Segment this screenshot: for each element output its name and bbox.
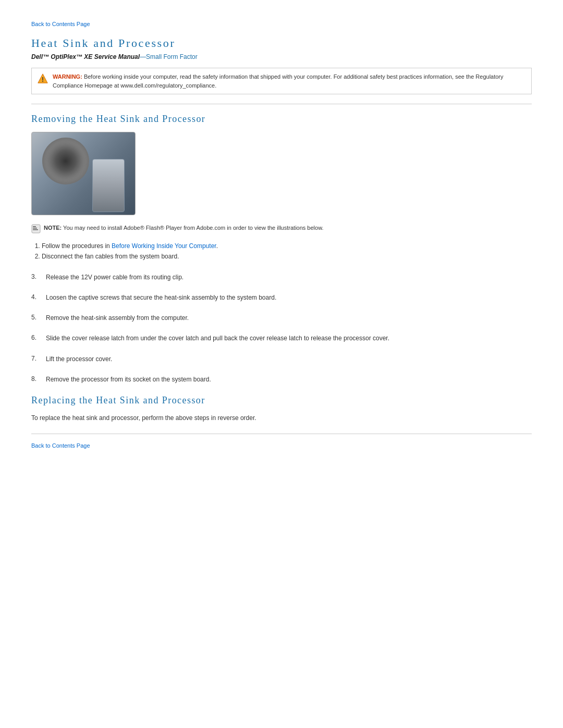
before-working-link[interactable]: Before Working Inside Your Computer <box>112 242 216 250</box>
warning-icon: ! <box>37 73 48 84</box>
step-number-6: 6. <box>31 334 46 341</box>
step-5: 5. Remove the heat-sink assembly from th… <box>31 313 532 323</box>
step-number-7: 7. <box>31 354 46 362</box>
removing-section-title: Removing the Heat Sink and Processor <box>31 114 532 125</box>
model-name: —Small Form Factor <box>140 53 198 60</box>
step-8: 8. Remove the processor from its socket … <box>31 375 532 385</box>
svg-rect-3 <box>33 228 37 229</box>
warning-box: ! WARNING: Before working inside your co… <box>31 68 532 94</box>
replacing-text: To replace the heat sink and processor, … <box>31 413 532 423</box>
list-item: Disconnect the fan cables from the syste… <box>42 251 532 262</box>
step-number-4: 4. <box>31 293 46 301</box>
step-3: 3. Release the 12V power cable from its … <box>31 273 532 282</box>
step-text-4: Loosen the captive screws that secure th… <box>46 293 532 303</box>
svg-rect-2 <box>32 225 40 233</box>
brand-name: Dell™ OptiPlex™ XE Service Manual <box>31 53 140 60</box>
svg-rect-4 <box>33 229 38 230</box>
back-to-contents-bottom-link[interactable]: Back to Contents Page <box>31 442 532 449</box>
warning-text: WARNING: Before working inside your comp… <box>53 72 526 90</box>
list-item: Follow the procedures in Before Working … <box>42 241 532 251</box>
subtitle: Dell™ OptiPlex™ XE Service Manual—Small … <box>31 53 532 60</box>
step-6: 6. Slide the cover release latch from un… <box>31 334 532 343</box>
svg-text:!: ! <box>42 76 44 83</box>
step-number-5: 5. <box>31 313 46 321</box>
warning-label: WARNING: <box>53 73 82 80</box>
step-7: 7. Lift the processor cover. <box>31 354 532 364</box>
page-title: Heat Sink and Processor <box>31 36 532 50</box>
note-label: NOTE: <box>44 225 62 231</box>
replacing-section-title: Replacing the Heat Sink and Processor <box>31 395 532 406</box>
step-text-7: Lift the processor cover. <box>46 354 532 364</box>
step-text-8: Remove the processor from its socket on … <box>46 375 532 385</box>
step-text-3: Release the 12V power cable from its rou… <box>46 273 532 282</box>
note-body: You may need to install Adobe® Flash® Pl… <box>63 225 323 231</box>
step-text-6: Slide the cover release latch from under… <box>46 334 532 343</box>
note-text: NOTE: You may need to install Adobe® Fla… <box>44 224 324 232</box>
step-text-5: Remove the heat-sink assembly from the c… <box>46 313 532 323</box>
step-number-3: 3. <box>31 273 46 280</box>
note-icon <box>31 224 41 233</box>
back-to-contents-top-link[interactable]: Back to Contents Page <box>31 21 532 27</box>
divider-top <box>31 104 532 104</box>
svg-rect-5 <box>33 226 36 227</box>
divider-bottom <box>31 434 532 434</box>
step-4: 4. Loosen the captive screws that secure… <box>31 293 532 303</box>
early-steps-list: Follow the procedures in Before Working … <box>42 241 532 262</box>
heat-sink-image <box>31 132 136 215</box>
step-number-8: 8. <box>31 375 46 382</box>
warning-body: Before working inside your computer, rea… <box>53 73 504 89</box>
product-image-container <box>31 132 532 215</box>
note-box: NOTE: You may need to install Adobe® Fla… <box>31 224 532 233</box>
